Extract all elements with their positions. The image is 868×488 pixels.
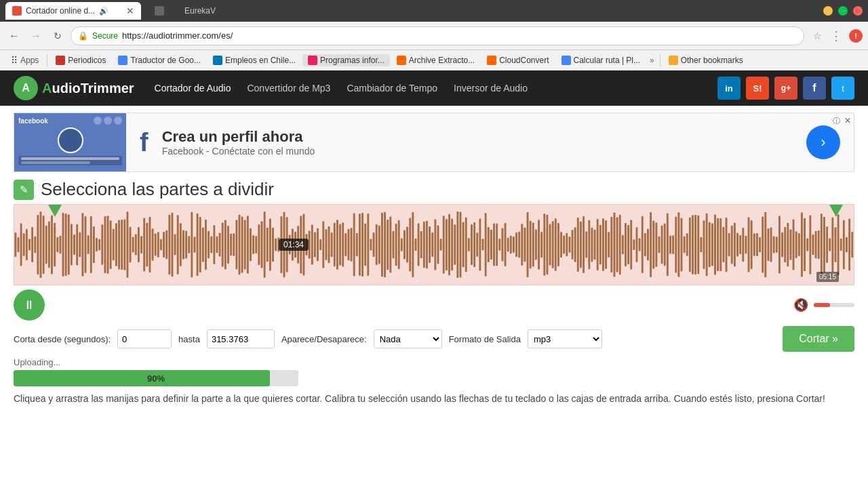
ad-content: f Crea un perfil ahora Facebook - Conéct…: [126, 128, 806, 157]
svg-rect-165: [476, 232, 478, 257]
svg-rect-151: [437, 225, 439, 264]
bookmark-label: Empleos en Chile...: [225, 56, 296, 65]
inactive-tab[interactable]: [146, 2, 176, 20]
linkedin-button[interactable]: in: [717, 77, 741, 100]
svg-rect-15: [56, 237, 58, 252]
cut-from-input[interactable]: [117, 329, 172, 348]
format-select[interactable]: mp3 wav ogg flac: [528, 329, 602, 348]
googleplus-button[interactable]: g+: [774, 77, 797, 100]
svg-rect-56: [172, 213, 174, 277]
svg-rect-247: [706, 214, 708, 277]
svg-rect-34: [110, 220, 112, 269]
svg-rect-274: [781, 232, 783, 257]
svg-rect-26: [87, 235, 90, 254]
svg-rect-167: [482, 239, 484, 251]
section-title-row: ✎ Selecciona las partes a dividir: [14, 179, 854, 200]
svg-rect-89: [264, 211, 266, 277]
facebook-button[interactable]: f: [803, 77, 826, 100]
edit-icon: ✎: [14, 180, 34, 200]
nav-cambiador[interactable]: Cambiador de Tempo: [347, 83, 437, 94]
address-bar[interactable]: 🔒 Secure https://audiotrimmer.com/es/: [71, 26, 804, 45]
ad-close-controls: ✕: [844, 116, 851, 125]
bookmark-programas[interactable]: Programas infor...: [302, 54, 390, 66]
svg-rect-241: [689, 218, 691, 272]
volume-area: 🔇: [793, 298, 854, 312]
bookmarks-more[interactable]: »: [647, 54, 657, 66]
bookmark-archive[interactable]: Archive Extracto...: [391, 54, 480, 66]
stumbleupon-button[interactable]: S!: [746, 77, 769, 100]
svg-rect-44: [138, 227, 140, 262]
right-handle[interactable]: [829, 205, 843, 217]
timestamp-current: 01:34: [279, 239, 309, 251]
svg-rect-148: [429, 226, 431, 263]
svg-rect-298: [848, 219, 850, 270]
svg-rect-88: [261, 221, 263, 268]
bookmark-label: Calcular ruta | Pl...: [574, 56, 640, 65]
svg-rect-215: [616, 217, 618, 272]
bookmark-empleos[interactable]: Empleos en Chile...: [208, 54, 301, 66]
svg-rect-19: [68, 214, 70, 274]
close-button[interactable]: [853, 6, 863, 16]
bookmark-calcular[interactable]: Calcular ruta | Pl...: [556, 54, 646, 66]
svg-rect-280: [798, 233, 800, 256]
svg-rect-22: [76, 224, 78, 266]
minimize-button[interactable]: [823, 6, 833, 16]
svg-rect-293: [835, 227, 837, 262]
left-handle-arrow: [48, 205, 62, 217]
svg-rect-189: [543, 214, 545, 275]
fade-label: Aparece/Desaparece:: [281, 334, 367, 344]
cut-button[interactable]: Cortar »: [783, 326, 854, 352]
svg-rect-204: [585, 231, 587, 258]
svg-rect-202: [580, 222, 582, 268]
left-handle[interactable]: [48, 205, 62, 217]
svg-rect-270: [770, 227, 772, 262]
svg-rect-106: [311, 224, 313, 264]
play-pause-button[interactable]: ⏸: [14, 289, 45, 321]
apps-bookmark[interactable]: ⠿ Apps: [5, 54, 44, 67]
bookmark-other[interactable]: Other bookmarks: [663, 54, 749, 66]
svg-rect-271: [773, 236, 775, 253]
menu-button[interactable]: ⋮: [827, 27, 845, 45]
ad-title: Crea un perfil ahora: [162, 128, 315, 146]
svg-rect-281: [801, 212, 803, 277]
svg-rect-294: [837, 214, 840, 274]
waveform-container[interactable]: // Will generate bars via JS below 01:34…: [14, 204, 854, 285]
fade-select[interactable]: Nada Aparece Desaparece Ambos: [374, 329, 442, 348]
volume-slider[interactable]: [814, 303, 854, 307]
ad-x-button[interactable]: ✕: [844, 116, 851, 125]
svg-rect-248: [709, 222, 711, 268]
bookmark-star-button[interactable]: ☆: [808, 27, 826, 45]
svg-rect-292: [831, 218, 833, 272]
svg-rect-51: [157, 232, 159, 257]
svg-rect-276: [787, 223, 789, 266]
svg-rect-47: [146, 223, 148, 266]
nav-convertidor[interactable]: Convertidor de Mp3: [247, 83, 330, 94]
svg-rect-243: [694, 215, 696, 274]
site-logo[interactable]: A AudioTrimmer: [14, 76, 134, 100]
active-tab[interactable]: Cortador online d... 🔊 ✕: [5, 2, 141, 20]
reload-button[interactable]: ↻: [49, 27, 66, 45]
ad-cta-button[interactable]: ›: [806, 125, 840, 159]
tab-close-button[interactable]: ✕: [126, 5, 134, 16]
bookmark-label: Programas infor...: [320, 56, 384, 65]
svg-rect-282: [804, 218, 806, 272]
forward-button[interactable]: →: [27, 27, 45, 45]
bookmark-cloudconvert[interactable]: CloudConvert: [481, 54, 554, 66]
volume-icon[interactable]: 🔇: [793, 298, 808, 312]
back-button[interactable]: ←: [5, 27, 23, 45]
nav-cortador[interactable]: Cortador de Audio: [155, 83, 231, 94]
svg-rect-198: [568, 237, 570, 252]
bookmark-traductor[interactable]: Traductor de Goo...: [113, 54, 206, 66]
svg-rect-228: [652, 221, 654, 269]
svg-rect-178: [513, 237, 515, 253]
twitter-button[interactable]: t: [831, 77, 854, 100]
cut-to-input[interactable]: [207, 329, 275, 348]
svg-rect-121: [353, 214, 355, 277]
nav-inversor[interactable]: Inversor de Audio: [454, 83, 528, 94]
url-text: https://audiotrimmer.com/es/: [122, 30, 233, 41]
svg-rect-180: [518, 232, 520, 258]
svg-rect-259: [739, 235, 741, 254]
maximize-button[interactable]: [838, 6, 848, 16]
bookmark-periodicos[interactable]: Periodicos: [50, 54, 111, 66]
svg-rect-190: [546, 215, 548, 274]
